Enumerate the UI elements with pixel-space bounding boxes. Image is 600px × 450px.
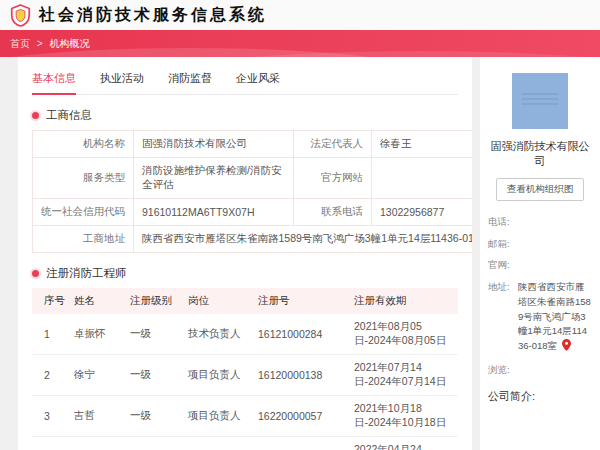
col-header: 注册级别: [126, 288, 184, 314]
cell-name: 吉哲: [70, 396, 126, 437]
cell-no: 4: [32, 437, 70, 450]
table-row: 1 卓振怀 一级 技术负责人 16121000284 2021年08月05日-2…: [32, 314, 458, 355]
cell-validity: 2022年04月24日-2025年04月24日: [350, 437, 458, 450]
content-area: 基本信息 执业活动 消防监督 企业风采 工商信息 机构名称 固强消防技术有限公司…: [0, 57, 600, 450]
field-label: 工商地址: [33, 226, 134, 253]
service-type-value: 消防设施维护保养检测/消防安全评估: [134, 158, 294, 199]
cell-reg-no: 13720000601: [254, 437, 350, 450]
cell-validity: 2021年10月18日-2024年10月18日: [350, 396, 458, 437]
view-org-chart-button[interactable]: 查看机构组织图: [496, 178, 585, 201]
address-field: 地址: 陕西省西安市雁塔区朱雀南路1589号南飞鸿广场3幢1单元14层11436…: [488, 280, 592, 356]
breadcrumb: 首页 > 机构概况: [0, 30, 600, 57]
cell-level: 一级: [126, 437, 184, 450]
company-name: 固强消防技术有限公司: [488, 139, 592, 169]
cell-name: 卓振怀: [70, 314, 126, 355]
cell-no: 2: [32, 355, 70, 396]
cell-level: 一级: [126, 355, 184, 396]
field-label: 法定代表人: [294, 131, 372, 158]
field-label: 地址:: [488, 280, 518, 356]
section-registered-engineers: 注册消防工程师: [32, 266, 458, 281]
address-value: 陕西省西安市雁塔区朱雀南路1589号南飞鸿广场3幢1单元14层11436-018…: [142, 232, 472, 244]
col-header: 注册有效期: [350, 288, 458, 314]
location-pin-icon[interactable]: [562, 342, 571, 353]
cell-position: 项目负责人: [184, 355, 254, 396]
email-field: 邮箱:: [488, 237, 592, 252]
table-row: 服务类型 消防设施维护保养检测/消防安全评估 官方网站: [33, 158, 473, 199]
cell-name: 徐宁: [70, 355, 126, 396]
table-row: 2 徐宁 一级 项目负责人 16120000138 2021年07月14日-20…: [32, 355, 458, 396]
field-label: 官方网站: [294, 158, 372, 199]
business-address-cell: 陕西省西安市雁塔区朱雀南路1589号南飞鸿广场3幢1单元14层11436-018…: [134, 226, 473, 253]
legal-rep-value: 徐春王: [372, 131, 473, 158]
cell-reg-no: 16220000057: [254, 396, 350, 437]
phone-field: 电话:: [488, 215, 592, 230]
table-row: 4 高敬红 一级 项目负责人 13720000601 2022年04月24日-2…: [32, 437, 458, 450]
field-label: 浏览:: [488, 363, 518, 378]
field-label: 官网:: [488, 258, 518, 273]
main-panel: 基本信息 执业活动 消防监督 企业风采 工商信息 机构名称 固强消防技术有限公司…: [18, 57, 472, 450]
col-header: 姓名: [70, 288, 126, 314]
table-row: 机构名称 固强消防技术有限公司 法定代表人 徐春王: [33, 131, 473, 158]
table-header-row: 序号 姓名 注册级别 岗位 注册号 注册有效期: [32, 288, 458, 314]
company-logo: [512, 73, 568, 129]
table-row: 统一社会信用代码 91610112MA6TT9X07H 联系电话 1302295…: [33, 199, 473, 226]
cell-no: 3: [32, 396, 70, 437]
breadcrumb-banner: 首页 > 机构概况: [0, 30, 600, 57]
website-value: [372, 158, 473, 199]
field-label: 邮箱:: [488, 237, 518, 252]
tab-fire-supervision[interactable]: 消防监督: [168, 65, 212, 94]
field-label: 电话:: [488, 215, 518, 230]
cell-position: 项目负责人: [184, 396, 254, 437]
views-field: 浏览:: [488, 363, 592, 378]
app-header: 社会消防技术服务信息系统: [0, 0, 600, 30]
org-name-value: 固强消防技术有限公司: [134, 131, 294, 158]
tab-company-showcase[interactable]: 企业风采: [236, 65, 280, 94]
engineers-table: 序号 姓名 注册级别 岗位 注册号 注册有效期 1 卓振怀 一级 技术负责人 1…: [32, 288, 458, 450]
field-label: 联系电话: [294, 199, 372, 226]
business-info-table: 机构名称 固强消防技术有限公司 法定代表人 徐春王 服务类型 消防设施维护保养检…: [32, 130, 472, 253]
phone-value: 13022956877: [372, 199, 473, 226]
company-profile-title: 公司简介:: [488, 389, 592, 404]
cell-reg-no: 16120000138: [254, 355, 350, 396]
cell-validity: 2021年08月05日-2024年08月05日: [350, 314, 458, 355]
cell-no: 1: [32, 314, 70, 355]
website-field: 官网:: [488, 258, 592, 273]
bullet-dot-icon: [32, 270, 39, 277]
cell-name: 高敬红: [70, 437, 126, 450]
shield-logo-icon: [10, 4, 31, 27]
col-header: 注册号: [254, 288, 350, 314]
section-business-info: 工商信息: [32, 108, 458, 123]
section-title-text: 工商信息: [46, 108, 92, 123]
tab-basic-info[interactable]: 基本信息: [32, 65, 76, 95]
breadcrumb-home-link[interactable]: 首页: [10, 38, 30, 49]
field-label: 机构名称: [33, 131, 134, 158]
bullet-dot-icon: [32, 112, 39, 119]
section-title-text: 注册消防工程师: [46, 266, 127, 281]
table-row: 3 吉哲 一级 项目负责人 16220000057 2021年10月18日-20…: [32, 396, 458, 437]
cell-position: 项目负责人: [184, 437, 254, 450]
company-sidebar: 固强消防技术有限公司 查看机构组织图 电话: 邮箱: 官网: 地址: 陕西省西安…: [480, 57, 600, 450]
field-value: 陕西省西安市雁塔区朱雀南路1589号南飞鸿广场3幢1单元14层11436-018…: [518, 280, 592, 356]
cell-validity: 2021年07月14日-2024年07月14日: [350, 355, 458, 396]
cell-level: 一级: [126, 314, 184, 355]
cell-level: 一级: [126, 396, 184, 437]
tab-practice-activity[interactable]: 执业活动: [100, 65, 144, 94]
col-header: 序号: [32, 288, 70, 314]
app-title: 社会消防技术服务信息系统: [39, 5, 267, 26]
breadcrumb-separator: >: [37, 38, 43, 49]
table-row: 工商地址 陕西省西安市雁塔区朱雀南路1589号南飞鸿广场3幢1单元14层1143…: [33, 226, 473, 253]
col-header: 岗位: [184, 288, 254, 314]
field-label: 服务类型: [33, 158, 134, 199]
cell-position: 技术负责人: [184, 314, 254, 355]
credit-code-value: 91610112MA6TT9X07H: [134, 199, 294, 226]
tab-bar: 基本信息 执业活动 消防监督 企业风采: [32, 65, 458, 95]
cell-reg-no: 16121000284: [254, 314, 350, 355]
breadcrumb-current: 机构概况: [49, 38, 89, 49]
field-label: 统一社会信用代码: [33, 199, 134, 226]
